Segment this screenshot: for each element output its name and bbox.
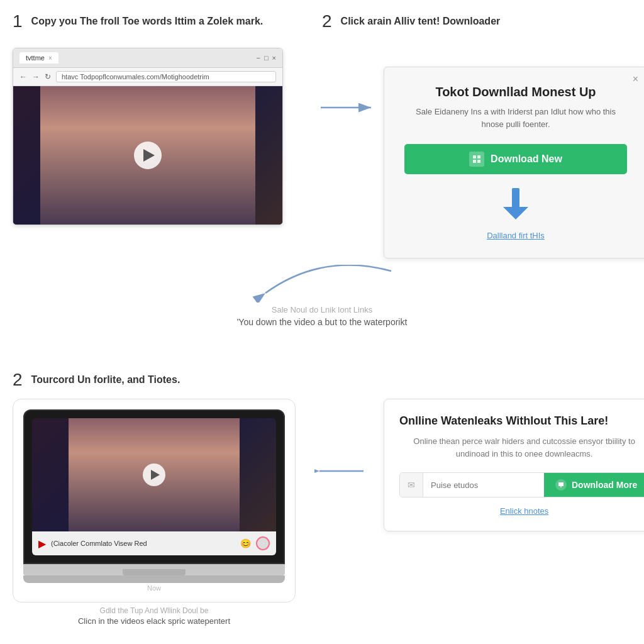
section2-step-header: 2 Tourcord Un forlite, and Tiotes. — [13, 371, 631, 389]
step2-header: 2 Click arain Alliv tent! Downloader — [322, 13, 631, 40]
section1: 1 Copy you The froll Toe words Ittim a Z… — [13, 13, 631, 327]
step2-title: Click arain Alliv tent! Downloader — [341, 16, 501, 27]
laptop-stand — [23, 575, 285, 583]
svg-rect-6 — [512, 188, 519, 208]
url-input-row: ✉ Download More — [399, 472, 644, 497]
laptop-screen-area: ▶ (Ciacoler Commlato Visew Red 😊 — [23, 409, 285, 564]
tab-close-icon[interactable]: × — [48, 55, 52, 62]
online-box-area: Onlline Watenleaks Withlout This Lare! O… — [384, 399, 644, 531]
play-icon — [143, 149, 155, 162]
win-close-icon[interactable]: × — [272, 54, 276, 62]
play-button[interactable] — [134, 142, 162, 169]
section2-arrow-area — [314, 399, 365, 480]
section2-step-number: 2 — [13, 371, 23, 389]
dialog-description: Sale Eidaneny Ins a with Iriderst pan Id… — [404, 106, 627, 130]
browser-window: tvttme × − □ × ← → ↻ htavc Todpopflconwu… — [13, 48, 283, 225]
video-thumbnail — [13, 86, 282, 225]
nav-back-icon[interactable]: ← — [19, 72, 27, 81]
arrow-right-area — [314, 48, 384, 117]
download-more-label: Download More — [572, 480, 637, 490]
win-maximize-icon[interactable]: □ — [264, 54, 269, 62]
laptop-caption: Gdld the Tup And Wllink Doul be — [13, 606, 296, 615]
download-new-label: Download New — [491, 153, 562, 165]
section2-content: ▶ (Ciacoler Commlato Visew Red 😊 Now — [13, 399, 631, 626]
url-input-field[interactable] — [423, 473, 544, 497]
dialog-area: × Tokot Downllad Monest Up Sale Eidaneny… — [384, 48, 644, 258]
laptop-notch — [123, 569, 186, 575]
caption-bottom-text: 'You down the video a but to the waterpo… — [237, 317, 408, 327]
download-dialog: × Tokot Downllad Monest Up Sale Eidaneny… — [384, 67, 644, 258]
section2: 2 Tourcord Un forlite, and Tiotes. — [13, 371, 631, 626]
download-arrow-svg — [497, 186, 535, 223]
laptop-caption2: Clicn in the videos elack spric watepent… — [13, 616, 296, 626]
laptop-base — [23, 564, 285, 575]
svg-rect-5 — [477, 160, 480, 163]
step2-number: 2 — [322, 13, 332, 30]
win-minimize-icon[interactable]: − — [256, 54, 260, 62]
curved-arrow-svg — [228, 265, 416, 303]
video-player — [13, 86, 282, 225]
caption-top-text: Sale Noul do Lnik lont Links — [272, 305, 372, 314]
laptop-bar-text: (Ciacoler Commlato Visew Red — [51, 540, 235, 547]
dialog-title: Tokot Downllad Monest Up — [404, 85, 627, 99]
right-arrow-svg — [321, 98, 377, 117]
download-icon-svg — [472, 155, 481, 164]
online-download-box: Onlline Watenleaks Withlout This Lare! O… — [384, 399, 644, 531]
laptop-play-button[interactable] — [143, 464, 165, 486]
download-more-button[interactable]: Download More — [544, 473, 644, 497]
step1-title: Copy you The froll Toe words Ittim a Zol… — [31, 16, 264, 27]
window-controls: − □ × — [256, 54, 276, 62]
nav-refresh-icon[interactable]: ↻ — [45, 72, 51, 81]
browser-area: tvttme × − □ × ← → ↻ htavc Todpopflconwu… — [13, 48, 314, 225]
step1-number: 1 — [13, 13, 23, 30]
avatar-icon — [256, 536, 270, 550]
youtube-icon: ▶ — [38, 538, 46, 550]
dialog-close-icon[interactable]: × — [633, 74, 638, 85]
online-box-link[interactable]: Enlick hnotes — [399, 506, 644, 516]
svg-rect-2 — [473, 155, 476, 158]
section2-step-title: Tourcord Un forlite, and Tiotes. — [31, 374, 180, 386]
download-more-icon — [555, 479, 567, 491]
svg-rect-4 — [473, 160, 476, 163]
section-separator — [13, 352, 631, 371]
nav-forward-icon[interactable]: → — [32, 72, 40, 81]
curved-arrow-area — [171, 265, 473, 303]
mail-icon: ✉ — [400, 473, 423, 497]
section1-captions: Sale Noul do Lnik lont Links 'You down t… — [13, 265, 631, 327]
address-input[interactable]: htavc Todpopflconwumales.com/Motighoodet… — [56, 71, 276, 82]
emoji-icon: 😊 — [240, 538, 251, 548]
dialog-download-link[interactable]: Dallland firt tHIs — [404, 231, 627, 240]
download-new-button[interactable]: Download New — [404, 144, 627, 174]
laptop-screen: ▶ (Ciacoler Commlato Visew Red 😊 — [32, 418, 276, 555]
tab-label: tvttme — [26, 54, 45, 62]
steps-header-row: 1 Copy you The froll Toe words Ittim a Z… — [13, 13, 631, 40]
address-bar: ← → ↻ htavc Todpopflconwumales.com/Motig… — [13, 68, 282, 86]
laptop-bottom-bar: ▶ (Ciacoler Commlato Visew Red 😊 — [32, 531, 276, 555]
browser-tab[interactable]: tvttme × — [19, 52, 58, 64]
download-btn-icon — [469, 152, 484, 167]
section2-arrow-svg — [314, 462, 365, 480]
laptop-video — [32, 418, 276, 531]
download-arrow-area — [404, 186, 627, 226]
step1-header: 1 Copy you The froll Toe words Ittim a Z… — [13, 13, 322, 40]
section1-content: tvttme × − □ × ← → ↻ htavc Todpopflconwu… — [13, 48, 631, 258]
online-box-description: Online thean perce walr hiders and cutco… — [399, 435, 644, 460]
svg-rect-3 — [477, 155, 480, 158]
browser-titlebar: tvttme × − □ × — [13, 48, 282, 68]
laptop-now-label: Now — [23, 584, 285, 592]
svg-marker-7 — [503, 207, 528, 219]
online-box-title: Onlline Watenleaks Withlout This Lare! — [399, 414, 644, 428]
laptop-mockup: ▶ (Ciacoler Commlato Visew Red 😊 Now — [13, 399, 296, 626]
laptop-play-icon — [151, 470, 160, 480]
